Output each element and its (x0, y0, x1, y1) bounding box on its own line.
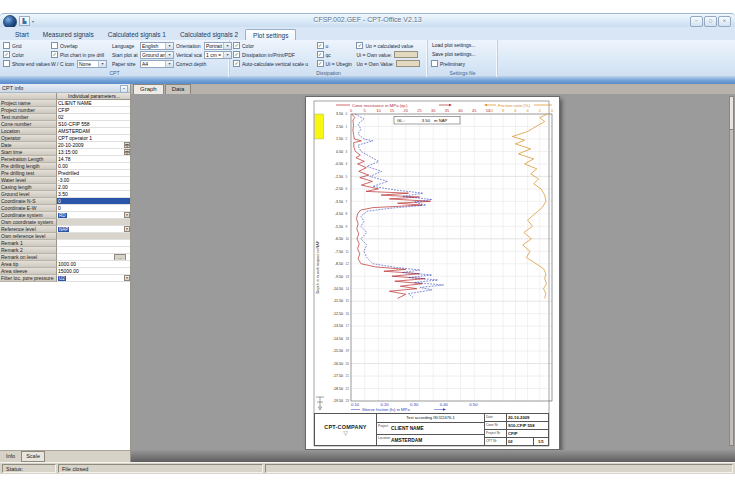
svg-text:-13.50: -13.50 (333, 324, 343, 328)
param-label: Area tip (0, 261, 57, 268)
save-plot-settings-button[interactable]: Save plot settings... (428, 50, 497, 59)
param-value-remark-1[interactable] (57, 240, 130, 247)
vertical-scrollbar[interactable] (729, 96, 734, 446)
param-value-reference-level[interactable]: NAP▾ (57, 226, 130, 233)
param-value-penetration-length[interactable]: 14.78 (57, 156, 130, 163)
cpt-start-plot-at-dropdown[interactable]: Ground and in▾ (140, 51, 174, 59)
spinner-buttons[interactable]: ▴▾ (124, 149, 130, 155)
param-value-test-number[interactable]: 02 (57, 114, 130, 121)
collapse-icon[interactable]: ▪ (120, 85, 128, 93)
param-label: Area sleeve (0, 268, 57, 275)
param-value-coordinate-e-w[interactable]: 0 (57, 205, 130, 212)
param-value-pre-drilling-length[interactable]: 0.00 (57, 163, 130, 170)
param-label: Pre drilling length (0, 163, 57, 170)
svg-text:-8.50: -8.50 (335, 262, 343, 266)
param-row-location: LocationAMSTERDAM (0, 128, 130, 135)
dissipation-ui-own-value-input[interactable] (394, 51, 418, 58)
cptnr-value: 02 (507, 438, 533, 445)
correct-depth-button[interactable]: Correct depth (173, 59, 229, 68)
svg-text:-6.50: -6.50 (335, 237, 343, 241)
svg-text:-3.50: -3.50 (335, 200, 343, 204)
graph-canvas: 3.5002.5011.5020.503-0.504-1.505-2.506-3… (131, 94, 735, 450)
cpt-plot-chart-in-pre-drill[interactable]: ✓Plot chart in pre drill (48, 50, 109, 59)
param-value-own-reference-level[interactable] (57, 233, 130, 240)
load-plot-settings-button[interactable]: Load plot settings... (428, 41, 497, 50)
ribbon-tab-start[interactable]: Start (8, 29, 36, 40)
ribbon-tab-plot-settings[interactable]: Plot settings (245, 29, 296, 40)
ribbon-tab-calculated-signals-1[interactable]: Calculated signals 1 (101, 29, 173, 40)
param-value-coordinate-n-s[interactable]: 0 (57, 198, 130, 205)
spinner-buttons[interactable]: ▴▾ (124, 142, 130, 148)
param-value-start-time[interactable]: 13:15:00▴▾ (57, 149, 130, 156)
param-value-operator[interactable]: CPT operator 1 (57, 135, 130, 142)
dissipation-u[interactable]: ✓u (314, 41, 354, 50)
svg-text:16: 16 (346, 312, 350, 316)
svg-text:Friction ratio (%): Friction ratio (%) (498, 103, 531, 108)
param-value-remark-2[interactable] (57, 247, 130, 254)
cpt-overlap[interactable]: Overlap (48, 41, 109, 50)
param-value-remark-on-level[interactable]: ... (57, 254, 130, 261)
cpt-wc-icon-dropdown[interactable]: None▾ (77, 60, 107, 68)
dissipation-qc[interactable]: ✓qc (314, 50, 354, 59)
param-value-coordinate-system[interactable]: RD▾ (57, 212, 130, 219)
screen: ▙ ▾ CFSP.002.GEF - CPT-Office V2.13 ─ ▢ … (0, 0, 735, 490)
cpt-language-dropdown[interactable]: English▾ (140, 42, 174, 50)
dissipation-ui-ubegin[interactable]: ✓Ui = Ubegin (314, 59, 354, 68)
scrollbar-thumb[interactable] (730, 97, 733, 130)
ribbon-tab-strip: StartMeasured signalsCalculated signals … (0, 27, 735, 40)
param-value-location[interactable]: AMSTERDAM (57, 128, 130, 135)
minimize-button[interactable]: ─ (690, 16, 703, 27)
param-row-area-sleeve: Area sleeve15000.00 (0, 268, 130, 275)
dissipation-dissipation-in-print-pdf[interactable]: ✓Dissipation in/Print/PDF (230, 50, 314, 59)
svg-text:25: 25 (417, 108, 422, 113)
svg-text:8: 8 (346, 212, 348, 216)
cpt-orientation-dropdown[interactable]: Portrait▾ (204, 42, 232, 50)
param-value-pre-drilling-test[interactable]: Predrilled (57, 170, 130, 177)
tab-data[interactable]: Data (165, 84, 192, 94)
param-row-coordinate-e-w: Coordinate E-W0 (0, 205, 130, 212)
param-row-reference-level: Reference levelNAP▾ (0, 226, 130, 233)
param-value-water-level[interactable]: -3.00 (57, 177, 130, 184)
dissipation-color[interactable]: ✓Color (230, 41, 314, 50)
param-label: Project name (0, 100, 57, 107)
param-value-project-name[interactable]: CLIENT NAME (57, 100, 130, 107)
cpt-paper-size-dropdown[interactable]: A4▾ (140, 60, 174, 68)
param-value-ground-level[interactable]: 3.50 (57, 191, 130, 198)
tab-scale[interactable]: Scale (21, 451, 45, 462)
param-value-casing-length[interactable]: 2.00 (57, 184, 130, 191)
cpt-vertical-scale-dropdown[interactable]: 1 cm = 1 m▾ (204, 51, 232, 59)
param-value-project-number[interactable]: CFIP (57, 107, 130, 114)
param-value-filter-loc-pore-pressure[interactable]: U2▾ (57, 275, 130, 282)
cptnr-label: CPT Nr (485, 438, 507, 445)
status-value: File closed (58, 464, 263, 473)
cpt-grid[interactable]: Grid (0, 41, 48, 50)
param-value-own-coordinate-system[interactable] (57, 219, 130, 226)
svg-text:19: 19 (346, 349, 350, 353)
close-button[interactable]: ✕ (718, 16, 731, 27)
param-value-area-tip[interactable]: 1000.00 (57, 261, 130, 268)
panel-title: CPT info (2, 85, 23, 91)
dissipation-auto-calculate-vertical-scale-u[interactable]: ✓Auto-calculate vertical scale u (230, 59, 314, 68)
param-value-area-sleeve[interactable]: 15000.00 (57, 268, 130, 275)
dissipation-uo-own-value-input[interactable] (396, 60, 420, 67)
svg-text:20: 20 (404, 108, 409, 113)
ribbon-tab-calculated-signals-2[interactable]: Calculated signals 2 (173, 29, 245, 40)
param-value-date[interactable]: 20-10-2009▴▾ (57, 142, 130, 149)
cpt-color[interactable]: ✓Color (0, 50, 48, 59)
preliminary-checkbox[interactable]: Preliminary (428, 59, 497, 68)
param-row-remark-2: Remark 2 (0, 247, 130, 254)
svg-text:0: 0 (346, 112, 348, 116)
dissipation-uo-calculated-value[interactable]: ✓Uo = calculated value (353, 41, 427, 50)
ellipsis-button[interactable]: ... (114, 254, 126, 261)
cpt-show-end-values[interactable]: Show end values (0, 59, 48, 68)
tab-graph[interactable]: Graph (133, 84, 164, 94)
tab-info[interactable]: Info (2, 452, 19, 461)
svg-text:-10.50: -10.50 (333, 287, 343, 291)
test-standard: Test according ISO22476-1 (377, 414, 484, 423)
ribbon-tab-measured-signals[interactable]: Measured signals (36, 29, 101, 40)
param-value-cone-number[interactable]: S10-CFIP 558 (57, 121, 130, 128)
individual-parameters-header[interactable]: Individual parameters... (57, 93, 130, 100)
projectnr-row: Project Nr CFIP (485, 430, 548, 438)
param-row-water-level: Water level-3.00 (0, 177, 130, 184)
maximize-button[interactable]: ▢ (704, 16, 717, 27)
